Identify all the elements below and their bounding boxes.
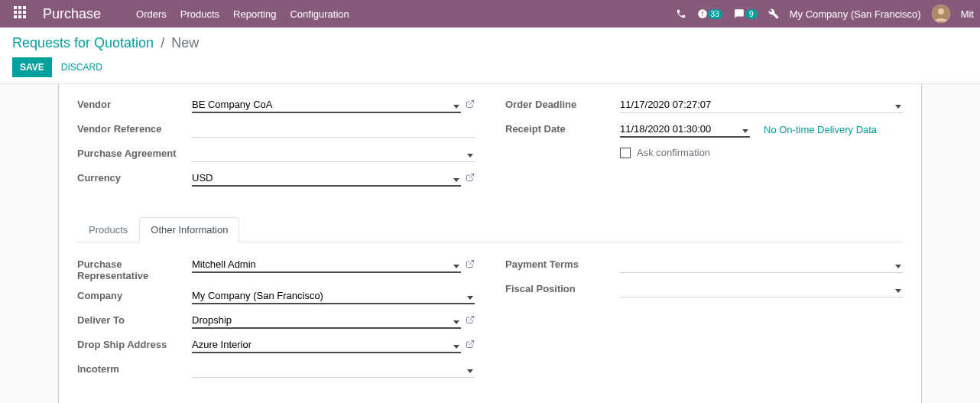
phone-icon[interactable] (676, 8, 686, 19)
receipt-date-label: Receipt Date (505, 121, 620, 135)
notebook-tabs: Products Other Information (77, 217, 903, 242)
vendor-ref-input[interactable] (192, 121, 475, 138)
external-link-icon[interactable] (466, 173, 475, 184)
fiscal-position-label: Fiscal Position (505, 281, 620, 294)
svg-line-5 (469, 316, 474, 320)
receipt-date-input[interactable] (620, 121, 750, 138)
fiscal-position-input[interactable] (620, 281, 903, 297)
form-sheet: Vendor Vendor Reference (58, 84, 922, 403)
external-link-icon[interactable] (466, 99, 475, 111)
ask-confirmation-label: Ask confirmation (637, 147, 710, 158)
messages-badge: 9 (745, 9, 758, 19)
external-link-icon[interactable] (466, 315, 475, 327)
nav-orders[interactable]: Orders (136, 8, 167, 20)
breadcrumb-current: New (171, 35, 199, 50)
purchase-agreement-label: Purchase Agreement (77, 145, 192, 159)
debug-icon[interactable] (768, 8, 779, 19)
purchase-rep-input[interactable] (192, 256, 461, 273)
svg-line-6 (469, 340, 474, 345)
payment-terms-input[interactable] (620, 256, 903, 273)
ask-confirmation-checkbox[interactable] (620, 148, 631, 158)
company-label: Company (77, 288, 192, 301)
purchase-rep-label: Purchase Representative (77, 256, 192, 281)
incoterm-input[interactable] (192, 361, 475, 378)
order-deadline-label: Order Deadline (505, 96, 620, 110)
dropship-address-label: Drop Ship Address (77, 336, 192, 350)
save-button[interactable]: Save (12, 57, 52, 77)
nav-configuration[interactable]: Configuration (290, 8, 349, 20)
svg-point-1 (938, 8, 944, 15)
breadcrumb-root[interactable]: Requests for Quotation (12, 35, 154, 50)
external-link-icon[interactable] (466, 340, 475, 351)
currency-label: Currency (77, 170, 192, 184)
user-name[interactable]: Mit (961, 8, 974, 20)
svg-line-3 (469, 174, 474, 178)
nav-products[interactable]: Products (180, 8, 219, 20)
tab-products[interactable]: Products (77, 217, 139, 242)
tab-other-information[interactable]: Other Information (139, 217, 239, 242)
discard-button[interactable]: Discard (61, 62, 102, 73)
vendor-input[interactable] (192, 96, 461, 113)
dropship-address-input[interactable] (192, 336, 461, 353)
form-sheet-bg: Vendor Vendor Reference (0, 84, 980, 403)
delivery-info: No On-time Delivery Data (764, 124, 877, 135)
tab-content-other: Purchase Representative Compa (77, 242, 903, 385)
vendor-label: Vendor (77, 96, 192, 110)
control-panel: Requests for Quotation / New Save Discar… (0, 28, 980, 84)
external-link-icon[interactable] (466, 259, 475, 271)
breadcrumb-sep: / (161, 35, 164, 50)
deliver-to-label: Deliver To (77, 312, 192, 326)
svg-line-4 (469, 260, 474, 265)
activities-icon[interactable]: 33 (697, 8, 722, 19)
purchase-agreement-input[interactable] (192, 145, 475, 162)
company-switcher[interactable]: My Company (San Francisco) (790, 8, 921, 20)
svg-line-2 (469, 100, 474, 105)
main-navbar: Purchase Orders Products Reporting Confi… (0, 0, 980, 28)
nav-reporting[interactable]: Reporting (233, 8, 276, 20)
deliver-to-input[interactable] (192, 312, 461, 329)
nav-menu: Orders Products Reporting Configuration (136, 8, 349, 20)
currency-input[interactable] (192, 170, 461, 187)
breadcrumb: Requests for Quotation / New (12, 35, 968, 51)
order-deadline-input[interactable] (620, 96, 903, 113)
vendor-ref-label: Vendor Reference (77, 121, 192, 135)
messages-icon[interactable]: 9 (733, 8, 758, 19)
activities-badge: 33 (708, 9, 722, 19)
company-input[interactable] (192, 288, 475, 304)
incoterm-label: Incoterm (77, 361, 192, 375)
avatar[interactable] (932, 5, 950, 23)
app-brand[interactable]: Purchase (43, 6, 101, 22)
apps-icon[interactable] (14, 6, 29, 21)
payment-terms-label: Payment Terms (505, 256, 620, 270)
